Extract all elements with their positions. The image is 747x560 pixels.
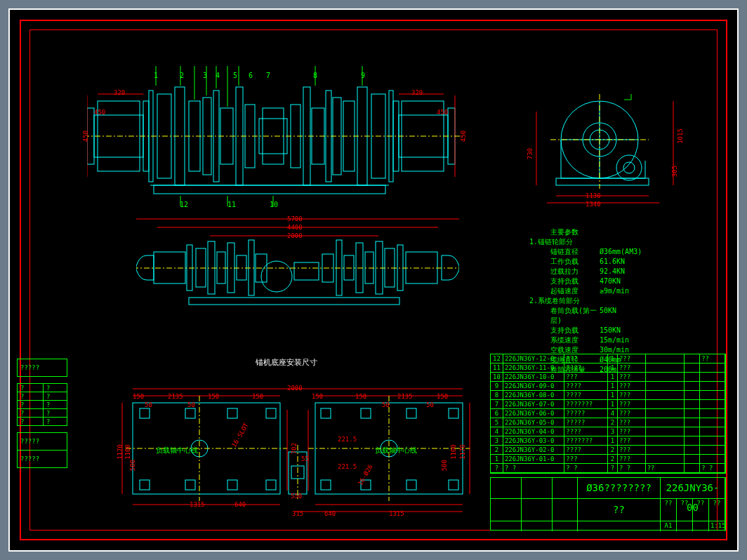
- params-section1: 1.锚链轮部分: [529, 237, 719, 247]
- parts-row: 10226JN36Y-10-0???1???: [491, 373, 725, 382]
- drawing-canvas: 1 2 3 4 5 6 7 8 9 10 11 12 320 450 320 4…: [8, 8, 739, 552]
- dim-1170r: 1170: [459, 444, 466, 460]
- front-view-svg: [87, 66, 473, 206]
- lp-title2: ?????: [17, 432, 67, 451]
- parts-row: 2226JN36Y-02-0????2???: [491, 446, 725, 455]
- dim-50b: 50: [187, 401, 195, 408]
- side-elevation-view: [522, 94, 698, 206]
- parts-row: 7226JN36Y-07-0???????1???: [491, 400, 725, 409]
- balloon-12: 12: [180, 201, 188, 208]
- dim-320b: 320: [411, 89, 423, 96]
- title-block: Ø36???????? 226JNY36-00 ?? ?? ?? ?? ?? A…: [490, 477, 726, 531]
- svg-rect-97: [266, 480, 276, 490]
- parts-row: 1226JN36Y-01-0???2???: [491, 455, 725, 464]
- param-row: 支持负载470KN: [515, 276, 719, 286]
- svg-rect-105: [449, 480, 458, 490]
- dim-4400: 4400: [287, 224, 303, 231]
- parts-list-table: 12226JN36Y-12-0???1?????11226JN36Y-11-0?…: [490, 354, 726, 474]
- dim-730: 730: [527, 148, 534, 159]
- centerline-label-r: 负载轴中心线: [375, 446, 417, 455]
- svg-rect-101: [449, 408, 458, 418]
- dim-500r: 500: [441, 460, 448, 471]
- parts-row: 3226JN36Y-03-0???????1???: [491, 436, 725, 446]
- lp-cell-row: ??: [17, 392, 67, 401]
- dim-2000b: 2000: [287, 385, 303, 392]
- dim-315: 315: [292, 510, 303, 517]
- dim-450b: 450: [437, 109, 448, 116]
- svg-point-50: [616, 155, 642, 180]
- lp-cell-row: ??: [17, 400, 67, 409]
- param-row: 工作负载61.6KN: [515, 257, 719, 267]
- parts-row: 4226JN36Y-04-0????3???: [491, 427, 725, 436]
- balloon-8: 8: [313, 72, 317, 79]
- side-view-svg: [522, 94, 698, 220]
- dim-640b: 640: [324, 510, 336, 517]
- balloon-5: 5: [233, 72, 237, 79]
- dim-55: 55: [301, 455, 309, 462]
- param-row: 锚链直径Ø36mm(AM3): [515, 247, 719, 257]
- lp-title3: ?????: [17, 450, 67, 468]
- tb-h2: ??: [677, 499, 693, 521]
- hdr-mat: ? ?: [618, 464, 646, 472]
- svg-point-51: [623, 162, 635, 173]
- hdr-qty: ?: [608, 464, 618, 472]
- dim-2000p: 2000: [287, 232, 303, 239]
- svg-rect-91: [185, 408, 195, 418]
- dim-450: 450: [94, 109, 105, 116]
- dim-150d: 150: [312, 393, 323, 400]
- dim-150e: 150: [355, 393, 366, 400]
- dim-5700: 5700: [287, 215, 303, 222]
- lp-title1: ?????: [17, 359, 67, 377]
- dim-550: 550: [291, 493, 302, 500]
- parts-header-row: ? ? ? ? ? ? ? ? ?? ? ?: [491, 464, 725, 473]
- main-parameters: 主要参数 1.锚链轮部分 锚链直径Ø36mm(AM3)工作负载61.6KN过载拉…: [515, 227, 719, 375]
- svg-rect-96: [227, 480, 237, 490]
- dim-305: 305: [671, 166, 678, 177]
- tb-size: A1: [661, 521, 677, 531]
- dim-1315a: 1315: [190, 501, 205, 508]
- svg-rect-94: [140, 480, 150, 490]
- base-view-title: 锚机底座安装尺寸: [256, 357, 317, 368]
- param-row: 卷筒负载(第一层)50KN: [515, 306, 719, 326]
- dim-221a: 221.5: [338, 436, 357, 443]
- dim-500: 500: [129, 460, 136, 471]
- balloon-11: 11: [227, 201, 236, 208]
- hdr-name: ? ?: [564, 464, 608, 472]
- balloon-2: 2: [180, 72, 184, 79]
- svg-point-73: [261, 261, 292, 292]
- dim-221b: 221.5: [338, 463, 357, 470]
- params-heading: 主要参数: [529, 227, 719, 237]
- hdr-code: ? ?: [503, 464, 564, 472]
- dim-2135a: 2135: [168, 393, 183, 400]
- balloon-1: 1: [154, 72, 158, 79]
- balloon-7: 7: [266, 72, 270, 79]
- svg-rect-29: [154, 185, 385, 194]
- dim-1015: 1015: [677, 128, 684, 144]
- lp-cell-row: ??: [17, 408, 67, 418]
- lp-cell-row: ??: [17, 417, 67, 426]
- tb-scale: 1:15: [709, 521, 725, 531]
- parts-row: 8226JN36Y-08-0????1???: [491, 391, 725, 400]
- dim-702: 702: [291, 443, 298, 454]
- revision-panel: ????? ?????????? ????? ?????: [17, 359, 67, 468]
- param-row: 支持负载150KN: [515, 326, 719, 335]
- balloon-6: 6: [249, 72, 253, 79]
- parts-row: 9226JN36Y-09-0????1???: [491, 382, 725, 391]
- tb-h3: ??: [693, 499, 709, 521]
- centerline-label-l: 负载轴中心线: [156, 446, 198, 455]
- balloon-4: 4: [216, 72, 220, 79]
- params-section2: 2.系缆卷筒部分: [529, 296, 719, 306]
- dim-320: 320: [114, 89, 125, 96]
- dim-150f: 150: [437, 393, 448, 400]
- svg-rect-74: [294, 262, 319, 280]
- dim-1100r: 1100: [450, 444, 457, 460]
- balloon-3: 3: [203, 72, 207, 79]
- svg-rect-84: [189, 298, 399, 305]
- lp-cell-row: ??: [17, 383, 67, 392]
- dim-450v: 450: [82, 131, 89, 142]
- parts-row: 5226JN36Y-05-0?????2???: [491, 418, 725, 427]
- svg-rect-98: [321, 408, 331, 418]
- hdr-num: ?: [491, 464, 503, 472]
- dim-150c: 150: [252, 393, 263, 400]
- parts-row: 12226JN36Y-12-0???1?????: [491, 354, 725, 364]
